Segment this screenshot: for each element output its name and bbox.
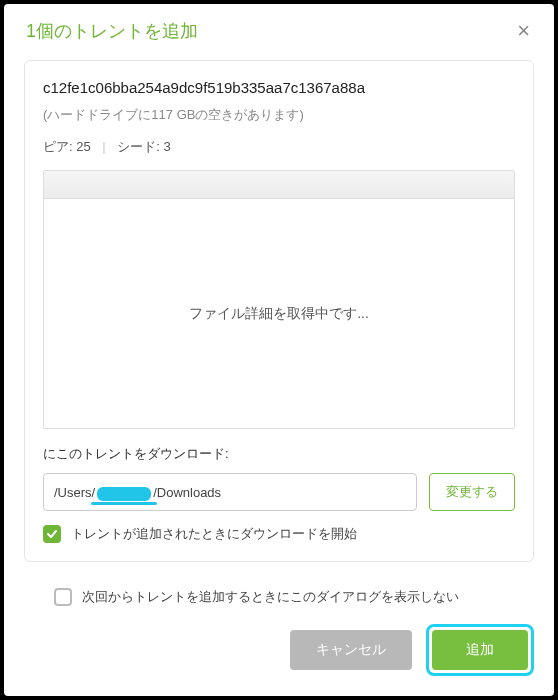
cancel-button[interactable]: キャンセル [290, 630, 412, 670]
change-path-button[interactable]: 変更する [429, 473, 515, 511]
torrent-hash: c12fe1c06bba254a9dc9f519b335aa7c1367a88a [43, 79, 515, 96]
path-prefix: /Users/ [54, 485, 95, 500]
download-path-label: にこのトレントをダウンロード: [43, 445, 515, 463]
dont-show-label: 次回からトレントを追加するときにこのダイアログを表示しない [82, 588, 459, 606]
file-list-area: ファイル詳細を取得中です... [43, 170, 515, 429]
path-suffix: /Downloads [153, 485, 221, 500]
seeds-label: シード: [117, 139, 160, 154]
download-path-row: /Users//Downloads 変更する [43, 473, 515, 511]
file-list-header [44, 171, 514, 199]
button-row: キャンセル 追加 [24, 624, 534, 676]
dont-show-row[interactable]: 次回からトレントを追加するときにこのダイアログを表示しない [54, 588, 534, 606]
checkbox-checked-icon[interactable] [43, 525, 61, 543]
peers-value: 25 [76, 139, 90, 154]
disk-space-text: (ハードドライブに117 GBの空きがあります) [43, 106, 515, 124]
close-icon[interactable]: × [513, 18, 534, 44]
peers-label: ピア: [43, 139, 73, 154]
add-button[interactable]: 追加 [432, 630, 528, 670]
redacted-username [97, 487, 151, 501]
separator: | [102, 139, 105, 154]
start-on-add-row[interactable]: トレントが追加されたときにダウンロードを開始 [43, 525, 515, 543]
seeds-value: 3 [164, 139, 171, 154]
peers-seeds-row: ピア: 25 | シード: 3 [43, 138, 515, 156]
dialog-title: 1個のトレントを追加 [26, 19, 198, 43]
dialog-footer: 次回からトレントを追加するときにこのダイアログを表示しない キャンセル 追加 [4, 576, 554, 696]
dialog-header: 1個のトレントを追加 × [4, 4, 554, 54]
add-torrent-dialog: 1個のトレントを追加 × c12fe1c06bba254a9dc9f519b33… [4, 4, 554, 696]
start-on-add-label: トレントが追加されたときにダウンロードを開始 [71, 525, 357, 543]
torrent-card: c12fe1c06bba254a9dc9f519b335aa7c1367a88a… [24, 60, 534, 562]
add-button-highlight: 追加 [426, 624, 534, 676]
download-path-input[interactable]: /Users//Downloads [43, 473, 417, 511]
file-loading-text: ファイル詳細を取得中です... [44, 199, 514, 428]
checkbox-unchecked-icon[interactable] [54, 588, 72, 606]
